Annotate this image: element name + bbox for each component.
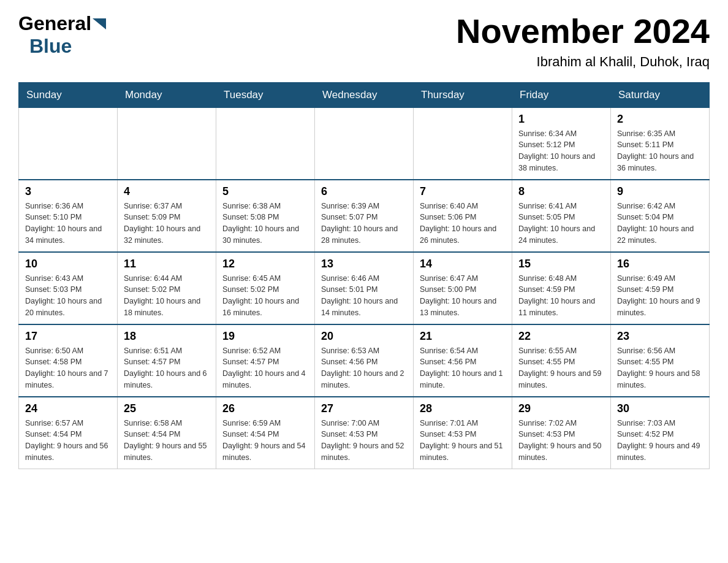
calendar-cell: 3Sunrise: 6:36 AMSunset: 5:10 PMDaylight… <box>19 180 118 252</box>
day-info: Sunrise: 6:47 AMSunset: 5:00 PMDaylight:… <box>420 273 506 319</box>
day-number: 10 <box>25 258 111 270</box>
logo-triangle-icon <box>93 18 106 29</box>
day-number: 12 <box>222 258 308 270</box>
day-number: 11 <box>124 258 210 270</box>
title-section: November 2024 Ibrahim al Khalil, Duhok, … <box>456 12 710 70</box>
calendar-cell: 13Sunrise: 6:46 AMSunset: 5:01 PMDayligh… <box>315 252 414 324</box>
calendar-cell: 22Sunrise: 6:55 AMSunset: 4:55 PMDayligh… <box>512 324 611 397</box>
calendar-cell <box>118 107 216 180</box>
day-info: Sunrise: 6:54 AMSunset: 4:56 PMDaylight:… <box>420 345 506 391</box>
day-info: Sunrise: 6:42 AMSunset: 5:04 PMDaylight:… <box>617 201 703 247</box>
calendar-week-row-4: 17Sunrise: 6:50 AMSunset: 4:58 PMDayligh… <box>19 324 710 397</box>
calendar-cell: 14Sunrise: 6:47 AMSunset: 5:00 PMDayligh… <box>414 252 512 324</box>
calendar-cell <box>315 107 414 180</box>
day-info: Sunrise: 6:56 AMSunset: 4:55 PMDaylight:… <box>617 345 703 391</box>
calendar-cell: 28Sunrise: 7:01 AMSunset: 4:53 PMDayligh… <box>414 397 512 469</box>
calendar-cell <box>216 107 315 180</box>
day-number: 30 <box>617 402 703 415</box>
day-info: Sunrise: 6:35 AMSunset: 5:11 PMDaylight:… <box>617 128 703 174</box>
calendar-cell: 12Sunrise: 6:45 AMSunset: 5:02 PMDayligh… <box>216 252 315 324</box>
calendar-cell: 24Sunrise: 6:57 AMSunset: 4:54 PMDayligh… <box>19 397 118 469</box>
weekday-header-saturday: Saturday <box>611 82 710 107</box>
calendar-cell: 27Sunrise: 7:00 AMSunset: 4:53 PMDayligh… <box>315 397 414 469</box>
logo: General Blue <box>18 12 106 58</box>
location-title: Ibrahim al Khalil, Duhok, Iraq <box>456 54 710 70</box>
calendar-cell: 26Sunrise: 6:59 AMSunset: 4:54 PMDayligh… <box>216 397 315 469</box>
day-info: Sunrise: 6:58 AMSunset: 4:54 PMDaylight:… <box>124 418 210 464</box>
day-number: 22 <box>518 330 604 343</box>
weekday-header-friday: Friday <box>512 82 611 107</box>
day-number: 20 <box>321 330 407 343</box>
calendar-cell: 29Sunrise: 7:02 AMSunset: 4:53 PMDayligh… <box>512 397 611 469</box>
calendar-cell: 11Sunrise: 6:44 AMSunset: 5:02 PMDayligh… <box>118 252 216 324</box>
day-info: Sunrise: 6:40 AMSunset: 5:06 PMDaylight:… <box>420 201 506 247</box>
weekday-header-sunday: Sunday <box>19 82 118 107</box>
day-number: 27 <box>321 402 407 415</box>
calendar-cell: 17Sunrise: 6:50 AMSunset: 4:58 PMDayligh… <box>19 324 118 397</box>
calendar-cell: 9Sunrise: 6:42 AMSunset: 5:04 PMDaylight… <box>611 180 710 252</box>
day-info: Sunrise: 6:48 AMSunset: 4:59 PMDaylight:… <box>518 273 604 319</box>
day-info: Sunrise: 6:38 AMSunset: 5:08 PMDaylight:… <box>222 201 308 247</box>
calendar-week-row-1: 1Sunrise: 6:34 AMSunset: 5:12 PMDaylight… <box>19 107 710 180</box>
logo-blue-text: Blue <box>29 35 72 57</box>
calendar-cell: 10Sunrise: 6:43 AMSunset: 5:03 PMDayligh… <box>19 252 118 324</box>
day-info: Sunrise: 6:51 AMSunset: 4:57 PMDaylight:… <box>124 345 210 391</box>
calendar-cell: 25Sunrise: 6:58 AMSunset: 4:54 PMDayligh… <box>118 397 216 469</box>
day-number: 14 <box>420 258 506 270</box>
day-info: Sunrise: 6:59 AMSunset: 4:54 PMDaylight:… <box>222 418 308 464</box>
day-info: Sunrise: 6:39 AMSunset: 5:07 PMDaylight:… <box>321 201 407 247</box>
calendar-cell: 8Sunrise: 6:41 AMSunset: 5:05 PMDaylight… <box>512 180 611 252</box>
calendar-cell <box>414 107 512 180</box>
calendar-cell: 23Sunrise: 6:56 AMSunset: 4:55 PMDayligh… <box>611 324 710 397</box>
day-info: Sunrise: 6:41 AMSunset: 5:05 PMDaylight:… <box>518 201 604 247</box>
day-number: 7 <box>420 185 506 198</box>
page-header: General Blue November 2024 Ibrahim al Kh… <box>18 12 710 70</box>
calendar-cell: 19Sunrise: 6:52 AMSunset: 4:57 PMDayligh… <box>216 324 315 397</box>
day-info: Sunrise: 7:01 AMSunset: 4:53 PMDaylight:… <box>420 418 506 464</box>
calendar-cell: 20Sunrise: 6:53 AMSunset: 4:56 PMDayligh… <box>315 324 414 397</box>
day-number: 5 <box>222 185 308 198</box>
day-number: 26 <box>222 402 308 415</box>
weekday-header-wednesday: Wednesday <box>315 82 414 107</box>
day-info: Sunrise: 6:49 AMSunset: 4:59 PMDaylight:… <box>617 273 703 319</box>
day-number: 29 <box>518 402 604 415</box>
calendar-cell: 18Sunrise: 6:51 AMSunset: 4:57 PMDayligh… <box>118 324 216 397</box>
day-number: 6 <box>321 185 407 198</box>
calendar-cell: 1Sunrise: 6:34 AMSunset: 5:12 PMDaylight… <box>512 107 611 180</box>
calendar-cell: 21Sunrise: 6:54 AMSunset: 4:56 PMDayligh… <box>414 324 512 397</box>
day-info: Sunrise: 6:45 AMSunset: 5:02 PMDaylight:… <box>222 273 308 319</box>
day-info: Sunrise: 6:53 AMSunset: 4:56 PMDaylight:… <box>321 345 407 391</box>
day-number: 16 <box>617 258 703 270</box>
day-info: Sunrise: 6:55 AMSunset: 4:55 PMDaylight:… <box>518 345 604 391</box>
day-info: Sunrise: 7:03 AMSunset: 4:52 PMDaylight:… <box>617 418 703 464</box>
calendar-cell <box>19 107 118 180</box>
calendar-week-row-2: 3Sunrise: 6:36 AMSunset: 5:10 PMDaylight… <box>19 180 710 252</box>
day-info: Sunrise: 6:50 AMSunset: 4:58 PMDaylight:… <box>25 345 111 391</box>
day-info: Sunrise: 6:37 AMSunset: 5:09 PMDaylight:… <box>124 201 210 247</box>
calendar-table: SundayMondayTuesdayWednesdayThursdayFrid… <box>18 82 710 469</box>
day-number: 23 <box>617 330 703 343</box>
day-number: 3 <box>25 185 111 198</box>
day-number: 13 <box>321 258 407 270</box>
day-info: Sunrise: 6:43 AMSunset: 5:03 PMDaylight:… <box>25 273 111 319</box>
weekday-header-tuesday: Tuesday <box>216 82 315 107</box>
calendar-cell: 15Sunrise: 6:48 AMSunset: 4:59 PMDayligh… <box>512 252 611 324</box>
day-info: Sunrise: 6:36 AMSunset: 5:10 PMDaylight:… <box>25 201 111 247</box>
weekday-header-row: SundayMondayTuesdayWednesdayThursdayFrid… <box>19 82 710 107</box>
day-info: Sunrise: 7:00 AMSunset: 4:53 PMDaylight:… <box>321 418 407 464</box>
day-number: 4 <box>124 185 210 198</box>
day-number: 9 <box>617 185 703 198</box>
day-info: Sunrise: 6:57 AMSunset: 4:54 PMDaylight:… <box>25 418 111 464</box>
month-title: November 2024 <box>456 12 710 50</box>
day-number: 1 <box>518 113 604 126</box>
weekday-header-monday: Monday <box>118 82 216 107</box>
day-info: Sunrise: 6:46 AMSunset: 5:01 PMDaylight:… <box>321 273 407 319</box>
day-number: 19 <box>222 330 308 343</box>
calendar-cell: 6Sunrise: 6:39 AMSunset: 5:07 PMDaylight… <box>315 180 414 252</box>
calendar-cell: 30Sunrise: 7:03 AMSunset: 4:52 PMDayligh… <box>611 397 710 469</box>
day-number: 21 <box>420 330 506 343</box>
calendar-cell: 5Sunrise: 6:38 AMSunset: 5:08 PMDaylight… <box>216 180 315 252</box>
day-number: 8 <box>518 185 604 198</box>
calendar-cell: 7Sunrise: 6:40 AMSunset: 5:06 PMDaylight… <box>414 180 512 252</box>
day-info: Sunrise: 6:44 AMSunset: 5:02 PMDaylight:… <box>124 273 210 319</box>
